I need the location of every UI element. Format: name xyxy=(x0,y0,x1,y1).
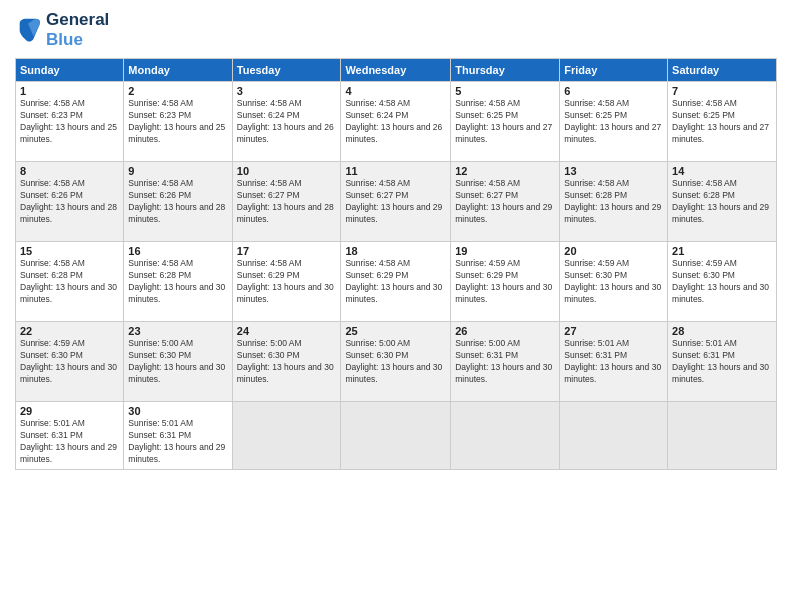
day-info: Sunrise: 4:58 AMSunset: 6:25 PMDaylight:… xyxy=(455,98,555,146)
day-number: 7 xyxy=(672,85,772,97)
day-info: Sunrise: 5:00 AMSunset: 6:30 PMDaylight:… xyxy=(128,338,227,386)
calendar-cell xyxy=(341,402,451,470)
day-info: Sunrise: 4:58 AMSunset: 6:27 PMDaylight:… xyxy=(455,178,555,226)
day-number: 5 xyxy=(455,85,555,97)
calendar-header-row: Sunday Monday Tuesday Wednesday Thursday… xyxy=(16,59,777,82)
day-info: Sunrise: 5:00 AMSunset: 6:30 PMDaylight:… xyxy=(345,338,446,386)
day-number: 23 xyxy=(128,325,227,337)
day-number: 11 xyxy=(345,165,446,177)
calendar-cell: 4Sunrise: 4:58 AMSunset: 6:24 PMDaylight… xyxy=(341,82,451,162)
calendar-cell: 28Sunrise: 5:01 AMSunset: 6:31 PMDayligh… xyxy=(668,322,777,402)
day-number: 2 xyxy=(128,85,227,97)
calendar-cell: 10Sunrise: 4:58 AMSunset: 6:27 PMDayligh… xyxy=(232,162,341,242)
day-info: Sunrise: 5:01 AMSunset: 6:31 PMDaylight:… xyxy=(564,338,663,386)
calendar-cell: 8Sunrise: 4:58 AMSunset: 6:26 PMDaylight… xyxy=(16,162,124,242)
calendar-cell: 11Sunrise: 4:58 AMSunset: 6:27 PMDayligh… xyxy=(341,162,451,242)
col-wednesday: Wednesday xyxy=(341,59,451,82)
calendar-cell xyxy=(560,402,668,470)
calendar-cell: 23Sunrise: 5:00 AMSunset: 6:30 PMDayligh… xyxy=(124,322,232,402)
calendar-cell: 24Sunrise: 5:00 AMSunset: 6:30 PMDayligh… xyxy=(232,322,341,402)
day-info: Sunrise: 5:01 AMSunset: 6:31 PMDaylight:… xyxy=(128,418,227,466)
day-number: 8 xyxy=(20,165,119,177)
day-info: Sunrise: 4:58 AMSunset: 6:28 PMDaylight:… xyxy=(672,178,772,226)
day-info: Sunrise: 4:58 AMSunset: 6:28 PMDaylight:… xyxy=(20,258,119,306)
day-number: 17 xyxy=(237,245,337,257)
day-number: 15 xyxy=(20,245,119,257)
calendar-cell: 26Sunrise: 5:00 AMSunset: 6:31 PMDayligh… xyxy=(451,322,560,402)
calendar-cell: 25Sunrise: 5:00 AMSunset: 6:30 PMDayligh… xyxy=(341,322,451,402)
day-number: 30 xyxy=(128,405,227,417)
day-info: Sunrise: 4:59 AMSunset: 6:30 PMDaylight:… xyxy=(20,338,119,386)
calendar-cell xyxy=(668,402,777,470)
day-number: 16 xyxy=(128,245,227,257)
logo-icon xyxy=(15,16,43,44)
day-number: 9 xyxy=(128,165,227,177)
calendar-cell: 20Sunrise: 4:59 AMSunset: 6:30 PMDayligh… xyxy=(560,242,668,322)
day-info: Sunrise: 5:01 AMSunset: 6:31 PMDaylight:… xyxy=(20,418,119,466)
calendar-cell xyxy=(451,402,560,470)
day-info: Sunrise: 4:59 AMSunset: 6:30 PMDaylight:… xyxy=(672,258,772,306)
day-number: 10 xyxy=(237,165,337,177)
calendar-cell: 21Sunrise: 4:59 AMSunset: 6:30 PMDayligh… xyxy=(668,242,777,322)
day-number: 12 xyxy=(455,165,555,177)
day-info: Sunrise: 4:58 AMSunset: 6:24 PMDaylight:… xyxy=(237,98,337,146)
calendar-cell xyxy=(232,402,341,470)
day-number: 28 xyxy=(672,325,772,337)
day-number: 29 xyxy=(20,405,119,417)
day-info: Sunrise: 4:58 AMSunset: 6:26 PMDaylight:… xyxy=(128,178,227,226)
day-number: 13 xyxy=(564,165,663,177)
calendar-cell: 15Sunrise: 4:58 AMSunset: 6:28 PMDayligh… xyxy=(16,242,124,322)
day-number: 18 xyxy=(345,245,446,257)
col-friday: Friday xyxy=(560,59,668,82)
col-sunday: Sunday xyxy=(16,59,124,82)
day-number: 14 xyxy=(672,165,772,177)
day-number: 26 xyxy=(455,325,555,337)
day-info: Sunrise: 4:58 AMSunset: 6:23 PMDaylight:… xyxy=(128,98,227,146)
col-tuesday: Tuesday xyxy=(232,59,341,82)
day-number: 25 xyxy=(345,325,446,337)
calendar-cell: 18Sunrise: 4:58 AMSunset: 6:29 PMDayligh… xyxy=(341,242,451,322)
day-number: 20 xyxy=(564,245,663,257)
calendar-cell: 30Sunrise: 5:01 AMSunset: 6:31 PMDayligh… xyxy=(124,402,232,470)
calendar-table: Sunday Monday Tuesday Wednesday Thursday… xyxy=(15,58,777,470)
day-info: Sunrise: 4:59 AMSunset: 6:29 PMDaylight:… xyxy=(455,258,555,306)
day-number: 24 xyxy=(237,325,337,337)
calendar-cell: 2Sunrise: 4:58 AMSunset: 6:23 PMDaylight… xyxy=(124,82,232,162)
day-info: Sunrise: 4:58 AMSunset: 6:23 PMDaylight:… xyxy=(20,98,119,146)
day-info: Sunrise: 4:58 AMSunset: 6:25 PMDaylight:… xyxy=(564,98,663,146)
calendar-cell: 17Sunrise: 4:58 AMSunset: 6:29 PMDayligh… xyxy=(232,242,341,322)
calendar-cell: 27Sunrise: 5:01 AMSunset: 6:31 PMDayligh… xyxy=(560,322,668,402)
calendar-cell: 12Sunrise: 4:58 AMSunset: 6:27 PMDayligh… xyxy=(451,162,560,242)
day-info: Sunrise: 4:58 AMSunset: 6:28 PMDaylight:… xyxy=(128,258,227,306)
col-thursday: Thursday xyxy=(451,59,560,82)
calendar-cell: 7Sunrise: 4:58 AMSunset: 6:25 PMDaylight… xyxy=(668,82,777,162)
calendar-cell: 16Sunrise: 4:58 AMSunset: 6:28 PMDayligh… xyxy=(124,242,232,322)
day-number: 6 xyxy=(564,85,663,97)
day-number: 4 xyxy=(345,85,446,97)
calendar-cell: 29Sunrise: 5:01 AMSunset: 6:31 PMDayligh… xyxy=(16,402,124,470)
day-number: 22 xyxy=(20,325,119,337)
day-info: Sunrise: 4:59 AMSunset: 6:30 PMDaylight:… xyxy=(564,258,663,306)
day-info: Sunrise: 4:58 AMSunset: 6:29 PMDaylight:… xyxy=(237,258,337,306)
col-saturday: Saturday xyxy=(668,59,777,82)
calendar-cell: 19Sunrise: 4:59 AMSunset: 6:29 PMDayligh… xyxy=(451,242,560,322)
day-info: Sunrise: 4:58 AMSunset: 6:25 PMDaylight:… xyxy=(672,98,772,146)
day-number: 1 xyxy=(20,85,119,97)
page-header: General Blue xyxy=(15,10,777,50)
day-info: Sunrise: 4:58 AMSunset: 6:29 PMDaylight:… xyxy=(345,258,446,306)
logo-text: General Blue xyxy=(46,10,109,50)
logo: General Blue xyxy=(15,10,109,50)
day-info: Sunrise: 5:00 AMSunset: 6:30 PMDaylight:… xyxy=(237,338,337,386)
day-info: Sunrise: 4:58 AMSunset: 6:28 PMDaylight:… xyxy=(564,178,663,226)
day-info: Sunrise: 4:58 AMSunset: 6:24 PMDaylight:… xyxy=(345,98,446,146)
calendar-cell: 6Sunrise: 4:58 AMSunset: 6:25 PMDaylight… xyxy=(560,82,668,162)
day-number: 19 xyxy=(455,245,555,257)
day-info: Sunrise: 4:58 AMSunset: 6:27 PMDaylight:… xyxy=(237,178,337,226)
calendar-cell: 13Sunrise: 4:58 AMSunset: 6:28 PMDayligh… xyxy=(560,162,668,242)
day-info: Sunrise: 5:01 AMSunset: 6:31 PMDaylight:… xyxy=(672,338,772,386)
day-number: 3 xyxy=(237,85,337,97)
calendar-cell: 1Sunrise: 4:58 AMSunset: 6:23 PMDaylight… xyxy=(16,82,124,162)
calendar-cell: 22Sunrise: 4:59 AMSunset: 6:30 PMDayligh… xyxy=(16,322,124,402)
calendar-cell: 3Sunrise: 4:58 AMSunset: 6:24 PMDaylight… xyxy=(232,82,341,162)
calendar-cell: 14Sunrise: 4:58 AMSunset: 6:28 PMDayligh… xyxy=(668,162,777,242)
